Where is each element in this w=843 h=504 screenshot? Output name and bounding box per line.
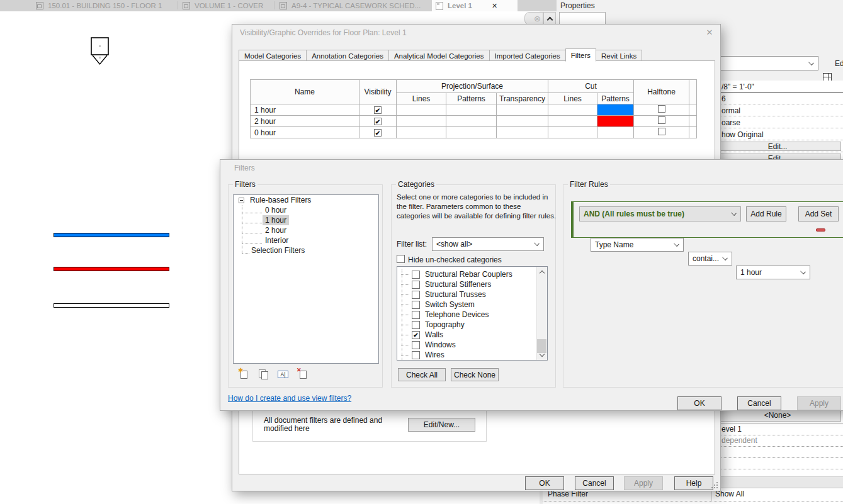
cut-patterns-cell[interactable]: [597, 127, 634, 138]
navigation-bar-fragment[interactable]: ⊗: [524, 12, 543, 25]
category-checkbox[interactable]: [412, 271, 420, 279]
view-tab-2[interactable]: VOLUME 1 - COVER: [179, 0, 274, 11]
detail-level-value[interactable]: ormal: [721, 106, 740, 115]
category-checkbox[interactable]: [412, 291, 420, 299]
edit-new-button[interactable]: Edit/New...: [408, 418, 475, 432]
hide-unchecked-label[interactable]: Hide un-checked categories: [408, 255, 502, 264]
projection-lines-cell[interactable]: [397, 104, 446, 116]
transparency-cell[interactable]: [497, 104, 548, 116]
category-row[interactable]: Topography: [397, 320, 536, 330]
cut-lines-cell[interactable]: [548, 116, 597, 127]
section-marker[interactable]: [89, 36, 111, 67]
category-checkbox[interactable]: [412, 311, 420, 319]
cancel-button[interactable]: Cancel: [737, 396, 781, 410]
edit-button[interactable]: Edit...: [714, 142, 841, 151]
filter-name-cell[interactable]: 2 hour: [251, 116, 359, 127]
rule-operator-dropdown[interactable]: contai...: [688, 252, 732, 266]
scroll-up-icon[interactable]: [536, 267, 547, 277]
cut-lines-cell[interactable]: [548, 127, 597, 138]
visibility-checkbox[interactable]: ✔: [374, 118, 382, 125]
category-checkbox[interactable]: [412, 341, 420, 349]
categories-list[interactable]: Structural Rebar Couplers Structural Sti…: [397, 266, 548, 361]
tree-node-1-hour-selected[interactable]: 1 hour: [234, 215, 378, 225]
cut-patterns-cell[interactable]: [597, 116, 634, 127]
category-checkbox[interactable]: ✔: [412, 331, 420, 339]
category-row[interactable]: Telephone Devices: [397, 310, 536, 320]
view-tab-1[interactable]: 150.01 - BUILDING 150 - FLOOR 1: [28, 0, 178, 11]
projection-lines-cell[interactable]: [397, 127, 446, 138]
add-rule-button[interactable]: Add Rule: [746, 206, 786, 221]
ok-button[interactable]: OK: [677, 396, 721, 410]
projection-patterns-cell[interactable]: [446, 116, 497, 127]
edit-type-label[interactable]: Ed: [835, 59, 843, 68]
parts-visibility-value[interactable]: oarse: [721, 118, 740, 127]
view-tab-3[interactable]: A9-4 - TYPICAL CASEWORK SCHED...: [275, 0, 431, 11]
halftone-checkbox[interactable]: [658, 116, 665, 124]
view-tab-active[interactable]: Level 1 ✕: [432, 0, 518, 11]
visibility-cell[interactable]: ✔: [359, 116, 397, 127]
visibility-checkbox[interactable]: ✔: [374, 106, 382, 114]
remove-rule-icon[interactable]: [816, 228, 825, 232]
halftone-cell[interactable]: [634, 127, 689, 138]
category-row[interactable]: Structural Trusses: [397, 289, 536, 300]
visibility-checkbox[interactable]: ✔: [374, 129, 382, 137]
ok-button[interactable]: OK: [525, 476, 564, 490]
display-model-value[interactable]: how Original: [721, 130, 764, 139]
projection-lines-cell[interactable]: [397, 116, 446, 127]
category-checkbox[interactable]: [412, 281, 420, 289]
category-checkbox[interactable]: [412, 351, 420, 359]
wall-2-hour[interactable]: [54, 267, 169, 271]
view-scale-value[interactable]: /8" = 1'-0": [721, 82, 754, 91]
resize-grip[interactable]: [711, 482, 720, 491]
category-row[interactable]: Wires: [397, 350, 536, 360]
new-filter-icon[interactable]: ✱: [238, 369, 251, 380]
wall-0-hour[interactable]: [54, 303, 169, 308]
category-checkbox[interactable]: [412, 321, 420, 329]
filter-name-cell[interactable]: 0 hour: [251, 127, 359, 138]
category-row[interactable]: ✔Walls: [397, 330, 536, 340]
close-tab-icon[interactable]: ✕: [492, 2, 497, 10]
cut-patterns-cell[interactable]: [597, 104, 634, 116]
check-all-button[interactable]: Check All: [398, 368, 446, 381]
check-none-button[interactable]: Check None: [451, 368, 499, 381]
rename-filter-icon[interactable]: A|: [277, 369, 290, 380]
help-link[interactable]: How do I create and use view filters?: [228, 394, 351, 403]
delete-filter-icon[interactable]: ✕: [297, 369, 309, 380]
category-row[interactable]: Structural Stiffeners: [397, 279, 536, 289]
add-set-button[interactable]: Add Set: [798, 206, 839, 221]
transparency-cell[interactable]: [497, 127, 548, 138]
hide-unchecked-checkbox[interactable]: [397, 255, 405, 263]
tree-node-interior[interactable]: Interior: [234, 235, 378, 245]
halftone-checkbox[interactable]: [658, 128, 665, 135]
close-icon[interactable]: ✕: [703, 28, 716, 39]
tree-node-selection-filters[interactable]: Selection Filters: [234, 245, 378, 255]
projection-patterns-cell[interactable]: [446, 127, 497, 138]
category-row[interactable]: Switch System: [397, 300, 536, 310]
tree-node-0-hour[interactable]: 0 hour: [234, 205, 378, 215]
view-template-value[interactable]: <None>: [714, 409, 841, 422]
visibility-cell[interactable]: ✔: [359, 104, 397, 116]
type-selector-fragment[interactable]: [559, 12, 606, 25]
view-name-value[interactable]: evel 1: [721, 425, 742, 434]
rule-value-dropdown[interactable]: 1 hour: [736, 266, 810, 279]
wall-1-hour[interactable]: [54, 233, 169, 237]
scrollbar[interactable]: [536, 267, 547, 360]
rule-field-dropdown[interactable]: Type Name: [591, 238, 684, 252]
tree-node-rule-based-filters[interactable]: Rule-based Filters: [234, 195, 378, 205]
scale-value[interactable]: 6: [721, 94, 726, 103]
category-checkbox[interactable]: [412, 301, 420, 309]
filters-tree[interactable]: Rule-based Filters 0 hour 1 hour 2 hour …: [233, 194, 379, 364]
halftone-cell[interactable]: [634, 104, 689, 116]
halftone-checkbox[interactable]: [658, 105, 665, 113]
collapse-button[interactable]: [543, 12, 556, 25]
category-row[interactable]: Windows: [397, 340, 536, 350]
cancel-button[interactable]: Cancel: [575, 476, 614, 490]
projection-patterns-cell[interactable]: [446, 104, 497, 116]
tab-filters[interactable]: Filters: [565, 48, 596, 62]
transparency-cell[interactable]: [497, 116, 548, 127]
halftone-cell[interactable]: [634, 116, 689, 127]
scroll-down-icon[interactable]: [536, 350, 547, 360]
category-row[interactable]: Structural Rebar Couplers: [397, 269, 536, 279]
cut-lines-cell[interactable]: [548, 104, 597, 116]
filter-list-dropdown[interactable]: <show all>: [432, 237, 544, 251]
